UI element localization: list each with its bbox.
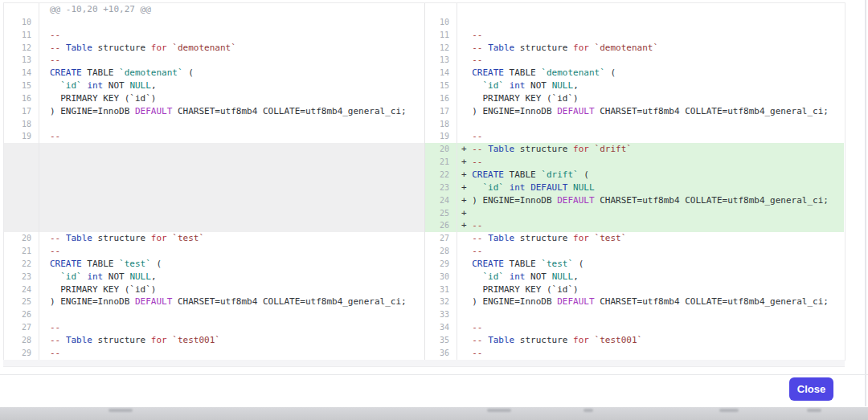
line-number: 18 bbox=[4, 118, 39, 131]
line-number: 10 bbox=[4, 16, 39, 29]
line-number: 26 bbox=[425, 219, 457, 232]
line-number: 18 bbox=[425, 118, 457, 131]
line-number: 16 bbox=[425, 92, 457, 105]
line-number: 20 bbox=[425, 143, 457, 156]
code-line: -- bbox=[457, 29, 844, 42]
code-line bbox=[39, 194, 424, 207]
line-number: 10 bbox=[425, 16, 457, 29]
code-line bbox=[39, 156, 424, 169]
line-number: 34 bbox=[425, 321, 457, 334]
code-line bbox=[39, 118, 424, 131]
code-line: -- bbox=[457, 245, 844, 258]
code-line bbox=[39, 16, 424, 29]
code-line: + -- Table structure for `drift` bbox=[457, 143, 844, 156]
close-button[interactable]: Close bbox=[789, 377, 833, 401]
code-line: + CREATE TABLE `drift` ( bbox=[457, 169, 844, 181]
diff-row: 23 `id` int NOT NULL,30 `id` int NOT NUL… bbox=[4, 271, 845, 283]
code-line: -- bbox=[457, 54, 844, 67]
diff-row: 1010 bbox=[4, 16, 845, 29]
code-line: ) ENGINE=InnoDB DEFAULT CHARSET=utf8mb4 … bbox=[457, 296, 844, 308]
line-number: 14 bbox=[4, 67, 39, 80]
code-line bbox=[39, 308, 424, 321]
line-number: 16 bbox=[4, 92, 39, 105]
backdrop-text-artifact bbox=[719, 409, 739, 412]
diff-row: 12-- Table structure for `demotenant`12 … bbox=[4, 42, 845, 55]
code-line: `id` int NOT NULL, bbox=[457, 271, 844, 283]
line-number: 14 bbox=[425, 67, 457, 80]
code-line: -- Table structure for `test001` bbox=[457, 334, 844, 347]
horizontal-scrollbar-track[interactable] bbox=[3, 360, 845, 367]
hunk-header: @@ -10,20 +10,27 @@ bbox=[39, 3, 424, 16]
line-number: 21 bbox=[4, 245, 39, 258]
line-number: 19 bbox=[4, 130, 39, 143]
code-line: + -- bbox=[457, 219, 844, 232]
code-line: PRIMARY KEY (`id`) bbox=[39, 283, 424, 296]
code-line bbox=[39, 181, 424, 194]
diff-row: 11--11 -- bbox=[4, 29, 845, 42]
code-line: + `id` int DEFAULT NULL bbox=[457, 181, 844, 194]
line-number: 23 bbox=[4, 271, 39, 283]
code-line bbox=[457, 16, 844, 29]
code-line: ) ENGINE=InnoDB DEFAULT CHARSET=utf8mb4 … bbox=[457, 105, 844, 118]
modal-footer-divider bbox=[0, 374, 868, 375]
code-line: -- bbox=[39, 29, 424, 42]
code-line bbox=[39, 143, 424, 156]
diff-row: @@ -10,20 +10,27 @@ bbox=[4, 3, 845, 16]
line-number: 15 bbox=[4, 80, 39, 92]
diff-modal: @@ -10,20 +10,27 @@1010 11--11 --12-- Ta… bbox=[0, 0, 868, 420]
code-line bbox=[39, 219, 424, 232]
diff-row: 23+ `id` int DEFAULT NULL bbox=[4, 181, 845, 194]
code-line: + -- bbox=[457, 156, 844, 169]
code-line: -- bbox=[39, 130, 424, 143]
diff-row: 20-- Table structure for `test`27 -- Tab… bbox=[4, 232, 845, 245]
line-number: 28 bbox=[425, 245, 457, 258]
line-number: 25 bbox=[425, 207, 457, 220]
line-number: 25 bbox=[4, 296, 39, 308]
code-line bbox=[457, 3, 844, 16]
code-line: -- bbox=[39, 54, 424, 67]
code-line: CREATE TABLE `demotenant` ( bbox=[39, 67, 424, 80]
backdrop-text-artifact bbox=[487, 409, 511, 412]
code-line: CREATE TABLE `test` ( bbox=[39, 258, 424, 271]
code-line: PRIMARY KEY (`id`) bbox=[457, 283, 844, 296]
line-number: 11 bbox=[4, 29, 39, 42]
line-number: 27 bbox=[4, 321, 39, 334]
line-number: 19 bbox=[425, 130, 457, 143]
diff-row: 21--28 -- bbox=[4, 245, 845, 258]
code-line: -- bbox=[39, 245, 424, 258]
diff-row: 25+ bbox=[4, 207, 845, 220]
line-number bbox=[4, 156, 39, 169]
line-number bbox=[425, 3, 457, 16]
code-line: `id` int NOT NULL, bbox=[457, 80, 844, 92]
line-number: 24 bbox=[425, 194, 457, 207]
code-line: -- Table structure for `test001` bbox=[39, 334, 424, 347]
code-line: -- bbox=[457, 321, 844, 334]
vertical-scrollbar-track[interactable] bbox=[865, 0, 866, 406]
line-number: 26 bbox=[4, 308, 39, 321]
line-number bbox=[4, 194, 39, 207]
line-number: 11 bbox=[425, 29, 457, 42]
diff-row: 2633 bbox=[4, 308, 845, 321]
code-line: -- Table structure for `test` bbox=[457, 232, 844, 245]
modal-backdrop bbox=[0, 407, 868, 420]
line-number: 17 bbox=[4, 105, 39, 118]
code-line: -- bbox=[39, 321, 424, 334]
diff-row: 24+ ) ENGINE=InnoDB DEFAULT CHARSET=utf8… bbox=[4, 194, 845, 207]
code-line: + bbox=[457, 207, 844, 220]
diff-row: 28-- Table structure for `test001`35 -- … bbox=[4, 334, 845, 347]
line-number: 22 bbox=[4, 258, 39, 271]
diff-row: 27--34 -- bbox=[4, 321, 845, 334]
code-line: CREATE TABLE `demotenant` ( bbox=[457, 67, 844, 80]
diff-row: 29--36 -- bbox=[4, 347, 845, 360]
code-line bbox=[39, 207, 424, 220]
line-number: 22 bbox=[425, 169, 457, 181]
code-line: -- Table structure for `demotenant` bbox=[457, 42, 844, 55]
code-line bbox=[457, 308, 844, 321]
diff-row: 19--19 -- bbox=[4, 130, 845, 143]
diff-row: 25) ENGINE=InnoDB DEFAULT CHARSET=utf8mb… bbox=[4, 296, 845, 308]
diff-row: 24 PRIMARY KEY (`id`)31 PRIMARY KEY (`id… bbox=[4, 283, 845, 296]
diff-row: 13--13 -- bbox=[4, 54, 845, 67]
line-number: 13 bbox=[425, 54, 457, 67]
line-number bbox=[4, 143, 39, 156]
line-number: 36 bbox=[425, 347, 457, 360]
